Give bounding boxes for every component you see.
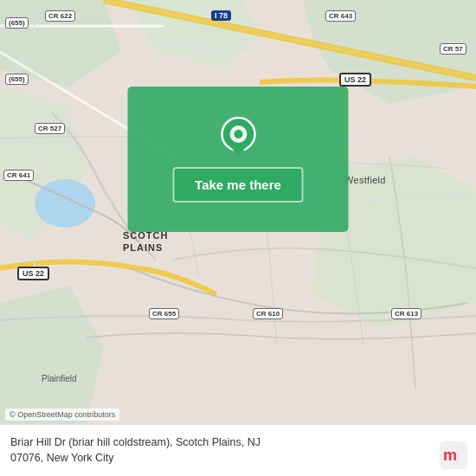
cta-overlay: Take me there xyxy=(128,87,349,232)
bottom-bar: Briar Hill Dr (briar hill coldstream), S… xyxy=(0,424,476,476)
label-westfield: Westfield xyxy=(344,175,386,185)
pin-icon xyxy=(220,117,256,160)
badge-655-mid: (655) xyxy=(5,74,29,85)
badge-us22-right: US 22 xyxy=(339,73,371,87)
svg-text:m: m xyxy=(443,447,457,464)
badge-cr622: CR 622 xyxy=(45,10,75,22)
map-container: I 78 CR 622 CR 643 CR 57 US 22 (655) (65… xyxy=(0,0,476,424)
label-plainfield: Plainfield xyxy=(42,374,77,383)
badge-cr57: CR 57 xyxy=(440,43,466,55)
badge-i78: I 78 xyxy=(211,10,231,21)
badge-cr655-bot: CR 655 xyxy=(149,308,179,319)
svg-marker-15 xyxy=(228,145,248,157)
badge-cr610: CR 610 xyxy=(253,308,283,319)
address-line2: 07076, New York City xyxy=(10,452,114,464)
osm-attribution: © OpenStreetMap contributors xyxy=(5,408,119,421)
badge-us22-left: US 22 xyxy=(17,267,49,280)
badge-cr613: CR 613 xyxy=(391,308,421,319)
moovit-logo-icon: m xyxy=(440,441,467,469)
badge-655-top: (655) xyxy=(5,17,29,29)
take-me-there-button[interactable]: Take me there xyxy=(172,167,304,203)
badge-cr641: CR 641 xyxy=(3,170,34,181)
badge-cr527: CR 527 xyxy=(35,123,65,134)
address-text: Briar Hill Dr (briar hill coldstream), S… xyxy=(10,435,466,466)
svg-point-16 xyxy=(234,130,242,138)
moovit-logo: m xyxy=(440,441,467,469)
svg-point-7 xyxy=(35,179,95,228)
address-line1: Briar Hill Dr (briar hill coldstream), S… xyxy=(10,436,261,448)
badge-cr643: CR 643 xyxy=(325,10,356,22)
label-scotch-plains: SCOTCHPLAINS xyxy=(123,229,168,254)
